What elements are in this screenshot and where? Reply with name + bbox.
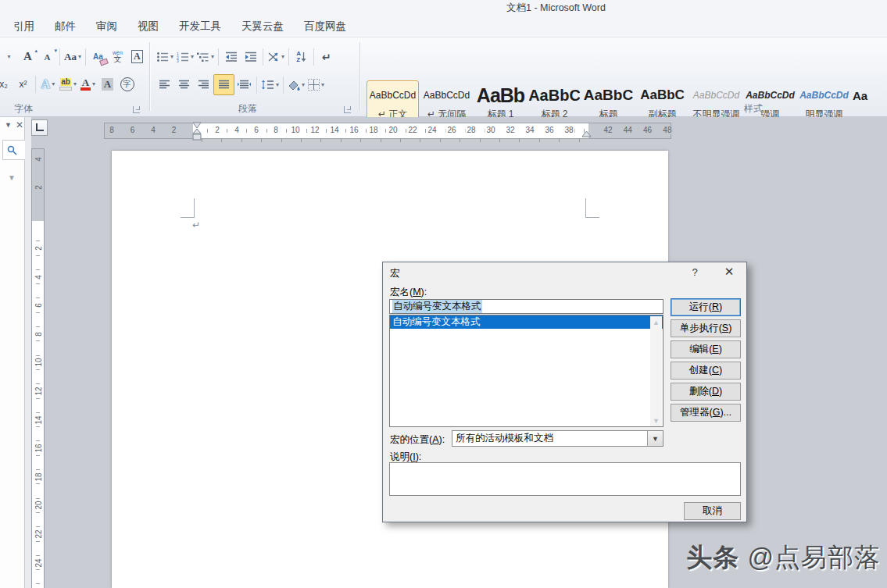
enclose-characters-button[interactable]: 字: [117, 74, 137, 94]
sort-button[interactable]: AZ: [291, 47, 311, 66]
shrink-font-button[interactable]: A: [38, 47, 57, 66]
decrease-indent-button[interactable]: [221, 47, 241, 66]
clear-formatting-button[interactable]: Aa: [88, 47, 108, 66]
ruler-number: 10: [34, 358, 42, 367]
ribbon-tab[interactable]: 引用: [11, 18, 37, 35]
phonetic-guide-icon: wén 文: [113, 50, 123, 63]
grow-font-button[interactable]: A: [18, 47, 38, 66]
style-item-标题 2[interactable]: AaBbC标题 2: [528, 80, 581, 123]
ruler-number: 14: [328, 126, 340, 134]
nav-pane-close-icon[interactable]: ✕: [16, 119, 23, 130]
combo-dropdown-icon[interactable]: ▼: [647, 431, 663, 446]
vertical-ruler[interactable]: 42 24681012141618202224: [31, 148, 45, 588]
character-border-button[interactable]: A: [127, 47, 147, 66]
ruler-number: 8: [272, 126, 280, 134]
watermark-bold: 头条: [686, 543, 739, 572]
scroll-up-icon[interactable]: ▲: [650, 316, 662, 328]
chevron-down-icon: ▾: [191, 53, 194, 60]
style-item-正文[interactable]: AaBbCcDd↵ 正文: [367, 80, 419, 123]
ruler-number: 24: [426, 126, 438, 134]
style-item-标题[interactable]: AaBbC标题: [582, 80, 635, 123]
increase-indent-button[interactable]: [241, 47, 260, 66]
style-item-副标题[interactable]: AaBbC副标题: [636, 80, 688, 123]
shading-button[interactable]: ▾: [286, 75, 306, 94]
align-center-icon: [178, 80, 190, 90]
macro-list[interactable]: 自动编号变文本格式 ▲ ▼: [389, 315, 663, 427]
show-hide-marks-button[interactable]: ↵: [317, 47, 336, 66]
organizer-button[interactable]: 管理器(G)...: [671, 404, 741, 422]
close-icon[interactable]: ✕: [721, 265, 737, 279]
asian-layout-button[interactable]: ▾: [266, 47, 286, 66]
style-item-强调[interactable]: AaBbCcDd强调: [744, 80, 796, 123]
right-indent-marker[interactable]: [581, 130, 592, 138]
run-button[interactable]: 运行(R): [671, 298, 741, 316]
edit-button[interactable]: 编辑(E): [671, 340, 741, 358]
ribbon-tab[interactable]: 百度网盘: [302, 18, 349, 35]
numbered-list-button[interactable]: 123 ▾: [175, 47, 195, 66]
style-sample: AaBbCcDd: [367, 84, 418, 107]
distribute-button[interactable]: [234, 75, 254, 94]
subscript-button[interactable]: x₂: [0, 74, 13, 94]
ribbon-tab[interactable]: 审阅: [94, 18, 120, 35]
nav-prev-result-icon[interactable]: ▼: [8, 173, 16, 182]
ruler-number: 22: [34, 529, 42, 538]
style-item-无间隔[interactable]: AaBbCcDd↵ 无间隔: [420, 80, 473, 123]
divider: [35, 76, 36, 93]
style-sample: AaBbC: [529, 84, 580, 107]
macros-in-combobox[interactable]: 所有的活动模板和文档 ▼: [452, 430, 663, 447]
multilevel-list-icon: [197, 52, 209, 62]
text-highlight-button[interactable]: ab ▾: [58, 74, 78, 94]
borders-button[interactable]: ▾: [306, 75, 326, 94]
style-item-partial[interactable]: Aa: [852, 80, 869, 123]
character-shading-button[interactable]: A: [98, 74, 117, 94]
sort-arrow-icon: [301, 52, 306, 62]
indent-markers[interactable]: [192, 121, 202, 143]
ruler-number: 20: [34, 501, 42, 510]
font-dialog-launcher-icon[interactable]: [133, 106, 140, 113]
font-color-button[interactable]: A ▾: [78, 74, 98, 94]
paragraph-dialog-launcher-icon[interactable]: [344, 106, 351, 113]
scroll-down-icon[interactable]: ▼: [650, 415, 662, 426]
text-effects-button[interactable]: A▾: [38, 74, 58, 94]
macro-list-item[interactable]: 自动编号变文本格式: [390, 315, 663, 329]
multilevel-list-button[interactable]: ▾: [195, 47, 216, 66]
line-spacing-button[interactable]: ▾: [259, 75, 281, 94]
align-left-icon: [159, 80, 170, 90]
create-button[interactable]: 创建(C): [671, 362, 741, 380]
bullet-list-icon: [156, 52, 169, 62]
ruler-number: 4: [34, 157, 42, 162]
ribbon-tab[interactable]: 天翼云盘: [239, 18, 286, 35]
help-icon[interactable]: ?: [688, 266, 701, 278]
macro-name-input[interactable]: 自动编号变文本格式: [389, 299, 663, 314]
ruler-number: 46: [642, 126, 653, 134]
align-left-button[interactable]: [155, 75, 174, 94]
description-field[interactable]: [389, 462, 741, 496]
ruler-number: 8: [34, 332, 42, 337]
style-item-明显强调[interactable]: AaBbCcDd明显强调: [798, 80, 850, 123]
ruler-number: 6: [129, 126, 137, 134]
font-size-dropdown-remnant[interactable]: ▾: [0, 47, 18, 66]
cancel-button[interactable]: 取消: [684, 502, 741, 520]
justify-button[interactable]: [213, 74, 234, 95]
svg-text:3: 3: [177, 59, 179, 62]
ribbon-tab[interactable]: 开发工具: [177, 18, 224, 35]
align-center-button[interactable]: [174, 75, 194, 94]
justify-icon: [218, 80, 230, 90]
bullet-list-button[interactable]: ▾: [155, 47, 175, 66]
ribbon-chrome: 文档1 - Microsoft Word 引用邮件审阅视图开发工具天翼云盘百度网…: [0, 0, 887, 117]
nav-pane-menu-icon[interactable]: ▼: [5, 121, 12, 129]
ribbon-tab[interactable]: 视图: [135, 18, 161, 35]
tab-stop-selector[interactable]: [31, 119, 48, 136]
ribbon-tab[interactable]: 邮件: [52, 18, 78, 35]
delete-button[interactable]: 删除(D): [671, 383, 741, 401]
chevron-down-icon: ▾: [78, 53, 81, 60]
step-into-button[interactable]: 单步执行(S): [671, 319, 741, 337]
phonetic-guide-button[interactable]: wén 文: [108, 47, 127, 66]
align-right-button[interactable]: [194, 75, 213, 94]
style-item-标题 1[interactable]: AaBb标题 1: [474, 80, 527, 123]
shading-bucket-icon: [288, 80, 300, 91]
style-item-不明显强调[interactable]: AaBbCcDd不明显强调: [690, 80, 742, 123]
superscript-button[interactable]: x²: [13, 74, 33, 94]
list-scrollbar[interactable]: ▲ ▼: [650, 316, 662, 426]
change-case-button[interactable]: Aa▾: [63, 47, 83, 66]
